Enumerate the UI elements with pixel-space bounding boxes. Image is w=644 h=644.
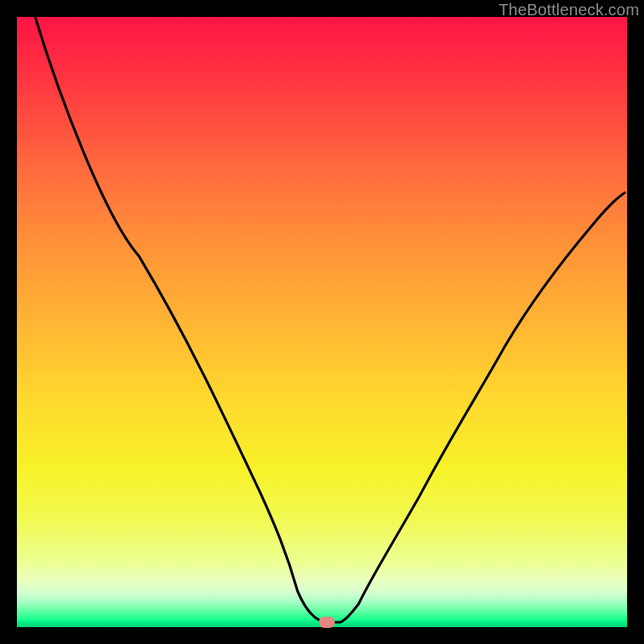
plot-area [17, 17, 627, 627]
optimal-point-marker [319, 617, 335, 628]
curve-svg [17, 17, 627, 627]
watermark-text: TheBottleneck.com [498, 1, 639, 19]
chart-stage: TheBottleneck.com [0, 0, 644, 644]
bottleneck-curve-path [35, 17, 625, 622]
